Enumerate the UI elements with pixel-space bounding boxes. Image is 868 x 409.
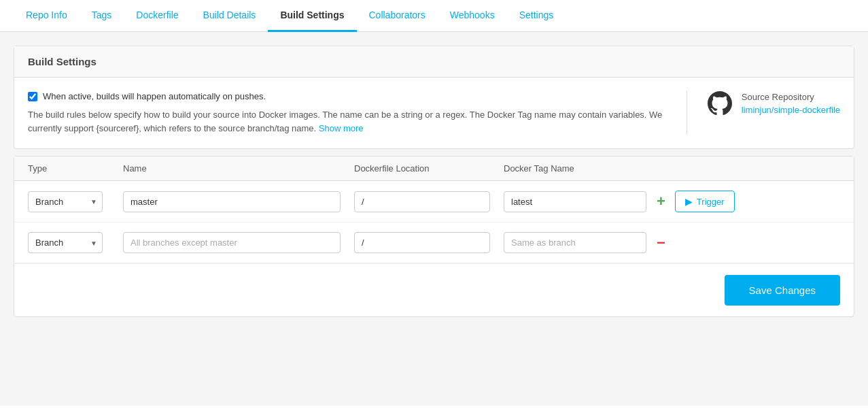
save-changes-button[interactable]: Save Changes	[725, 275, 840, 306]
source-repo-info: Source Repository liminjun/simple-docker…	[742, 92, 840, 115]
tab-build-details[interactable]: Build Details	[191, 0, 268, 32]
tab-repo-info[interactable]: Repo Info	[14, 0, 80, 32]
build-settings-card: Build Settings When active, builds will …	[14, 46, 854, 149]
tab-dockerfile[interactable]: Dockerfile	[124, 0, 190, 32]
source-repo-section: Source Repository liminjun/simple-docker…	[687, 91, 840, 116]
name-cell-1	[123, 191, 354, 212]
info-section: When active, builds will happen automati…	[28, 91, 840, 135]
trigger-icon: ▶	[685, 196, 693, 207]
col-name: Name	[123, 163, 354, 174]
auto-build-checkbox[interactable]	[28, 92, 37, 101]
tag-input-1[interactable]	[504, 191, 646, 212]
tab-build-settings[interactable]: Build Settings	[268, 0, 356, 32]
type-select-1[interactable]: Branch Tag	[28, 191, 103, 212]
tab-tags[interactable]: Tags	[80, 0, 124, 32]
table-row: Branch Tag ▼ + ▶ Trigger	[14, 181, 854, 223]
type-select-2[interactable]: Branch Tag	[28, 232, 103, 253]
type-select-wrapper-1: Branch Tag ▼	[28, 191, 103, 212]
dockerfile-cell-1	[354, 191, 504, 212]
type-cell-1: Branch Tag ▼	[28, 191, 123, 212]
name-input-1[interactable]	[123, 191, 341, 212]
col-tag: Docker Tag Name	[504, 163, 657, 174]
build-table-card: Type Name Dockerfile Location Docker Tag…	[14, 156, 854, 317]
dockerfile-input-1[interactable]	[354, 191, 490, 212]
dockerfile-input-2[interactable]	[354, 232, 490, 253]
remove-rule-button[interactable]: −	[657, 235, 665, 250]
action-cell-1: + ▶ Trigger	[657, 191, 840, 212]
table-header: Type Name Dockerfile Location Docker Tag…	[14, 157, 854, 181]
dockerfile-cell-2	[354, 232, 504, 253]
tag-cell-2	[504, 232, 657, 253]
name-cell-2	[123, 232, 354, 253]
trigger-button[interactable]: ▶ Trigger	[675, 191, 735, 212]
type-cell-2: Branch Tag ▼	[28, 232, 123, 253]
auto-build-label: When active, builds will happen automati…	[43, 91, 266, 101]
type-select-wrapper-2: Branch Tag ▼	[28, 232, 103, 253]
card-title: Build Settings	[14, 46, 854, 78]
main-content: Build Settings When active, builds will …	[0, 32, 868, 406]
tab-settings[interactable]: Settings	[507, 0, 566, 32]
action-cell-2: −	[657, 235, 840, 250]
tab-webhooks[interactable]: Webhooks	[438, 0, 507, 32]
col-dockerfile: Dockerfile Location	[354, 163, 504, 174]
description-text: The build rules below specify how to bui…	[28, 108, 666, 135]
tag-cell-1	[504, 191, 657, 212]
top-navigation: Repo Info Tags Dockerfile Build Details …	[0, 0, 868, 32]
footer-row: Save Changes	[14, 263, 854, 316]
info-text: When active, builds will happen automati…	[28, 91, 687, 135]
tab-collaborators[interactable]: Collaborators	[357, 0, 438, 32]
show-more-link[interactable]: Show more	[319, 123, 364, 133]
col-type: Type	[28, 163, 123, 174]
card-body: When active, builds will happen automati…	[14, 78, 854, 148]
source-repo-link[interactable]: liminjun/simple-dockerfile	[742, 105, 840, 115]
source-repo-label: Source Repository	[742, 92, 840, 102]
trigger-label: Trigger	[697, 197, 725, 207]
table-row: Branch Tag ▼ −	[14, 223, 854, 263]
github-icon	[708, 91, 732, 116]
name-input-2[interactable]	[123, 232, 341, 253]
tag-input-2[interactable]	[504, 232, 646, 253]
auto-build-row: When active, builds will happen automati…	[28, 91, 666, 101]
add-rule-button[interactable]: +	[657, 194, 665, 209]
